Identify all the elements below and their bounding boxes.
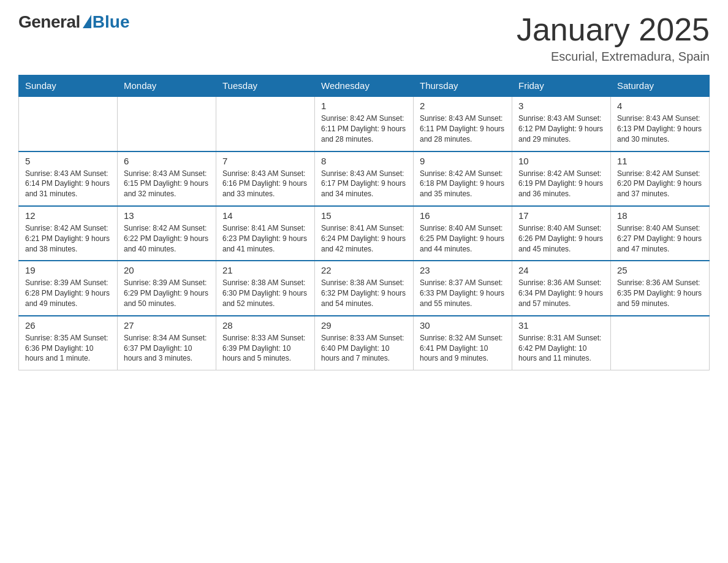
day-of-week-wednesday: Wednesday (315, 75, 414, 97)
day-number: 30 (420, 320, 506, 331)
day-info: Sunrise: 8:42 AM Sunset: 6:11 PM Dayligh… (321, 113, 407, 144)
day-info: Sunrise: 8:32 AM Sunset: 6:41 PM Dayligh… (420, 333, 506, 364)
day-number: 27 (124, 320, 210, 331)
calendar-cell: 10Sunrise: 8:42 AM Sunset: 6:19 PM Dayli… (512, 151, 611, 206)
day-of-week-monday: Monday (118, 75, 216, 97)
day-info: Sunrise: 8:42 AM Sunset: 6:18 PM Dayligh… (420, 169, 506, 199)
day-number: 9 (420, 156, 506, 166)
day-of-week-tuesday: Tuesday (216, 75, 315, 97)
day-number: 13 (124, 210, 210, 221)
day-of-week-saturday: Saturday (611, 75, 710, 97)
day-info: Sunrise: 8:40 AM Sunset: 6:27 PM Dayligh… (617, 223, 703, 254)
day-number: 7 (222, 156, 308, 166)
day-number: 4 (617, 101, 703, 111)
week-row-1: 1Sunrise: 8:42 AM Sunset: 6:11 PM Daylig… (19, 96, 710, 151)
day-number: 31 (518, 320, 604, 331)
day-number: 15 (321, 210, 407, 221)
day-number: 2 (420, 101, 506, 111)
calendar-cell: 24Sunrise: 8:36 AM Sunset: 6:34 PM Dayli… (512, 261, 611, 315)
day-number: 10 (518, 156, 604, 166)
day-info: Sunrise: 8:36 AM Sunset: 6:34 PM Dayligh… (518, 278, 604, 308)
day-info: Sunrise: 8:31 AM Sunset: 6:42 PM Dayligh… (518, 333, 604, 364)
day-info: Sunrise: 8:33 AM Sunset: 6:39 PM Dayligh… (222, 333, 308, 364)
calendar-cell: 22Sunrise: 8:38 AM Sunset: 6:32 PM Dayli… (315, 261, 414, 315)
day-info: Sunrise: 8:43 AM Sunset: 6:15 PM Dayligh… (124, 169, 210, 199)
calendar-cell: 31Sunrise: 8:31 AM Sunset: 6:42 PM Dayli… (512, 316, 611, 370)
day-info: Sunrise: 8:36 AM Sunset: 6:35 PM Dayligh… (617, 278, 703, 308)
calendar-cell: 28Sunrise: 8:33 AM Sunset: 6:39 PM Dayli… (216, 316, 315, 370)
calendar-cell: 21Sunrise: 8:38 AM Sunset: 6:30 PM Dayli… (216, 261, 315, 315)
day-number: 24 (518, 265, 604, 275)
calendar-cell: 1Sunrise: 8:42 AM Sunset: 6:11 PM Daylig… (315, 96, 414, 151)
header: General Blue January 2025 Escurial, Extr… (18, 12, 710, 64)
day-number: 25 (617, 265, 703, 275)
calendar-cell (118, 96, 216, 151)
calendar-cell: 26Sunrise: 8:35 AM Sunset: 6:36 PM Dayli… (19, 316, 118, 370)
calendar-cell: 7Sunrise: 8:43 AM Sunset: 6:16 PM Daylig… (216, 151, 315, 206)
calendar-cell: 6Sunrise: 8:43 AM Sunset: 6:15 PM Daylig… (118, 151, 216, 206)
day-info: Sunrise: 8:33 AM Sunset: 6:40 PM Dayligh… (321, 333, 407, 364)
calendar-cell: 18Sunrise: 8:40 AM Sunset: 6:27 PM Dayli… (611, 206, 710, 261)
calendar-cell: 19Sunrise: 8:39 AM Sunset: 6:28 PM Dayli… (19, 261, 118, 315)
week-row-2: 5Sunrise: 8:43 AM Sunset: 6:14 PM Daylig… (19, 151, 710, 206)
calendar-body: 1Sunrise: 8:42 AM Sunset: 6:11 PM Daylig… (19, 96, 710, 370)
calendar-cell (216, 96, 315, 151)
day-number: 14 (222, 210, 308, 221)
day-info: Sunrise: 8:41 AM Sunset: 6:23 PM Dayligh… (222, 223, 308, 254)
day-number: 29 (321, 320, 407, 331)
day-info: Sunrise: 8:43 AM Sunset: 6:17 PM Dayligh… (321, 169, 407, 199)
day-number: 1 (321, 101, 407, 111)
day-info: Sunrise: 8:43 AM Sunset: 6:11 PM Dayligh… (420, 113, 506, 144)
logo-blue-text: Blue (93, 12, 130, 32)
day-info: Sunrise: 8:42 AM Sunset: 6:22 PM Dayligh… (124, 223, 210, 254)
logo: General Blue (18, 12, 129, 32)
day-info: Sunrise: 8:39 AM Sunset: 6:29 PM Dayligh… (124, 278, 210, 308)
day-info: Sunrise: 8:34 AM Sunset: 6:37 PM Dayligh… (124, 333, 210, 364)
day-info: Sunrise: 8:40 AM Sunset: 6:25 PM Dayligh… (420, 223, 506, 254)
calendar-cell: 3Sunrise: 8:43 AM Sunset: 6:12 PM Daylig… (512, 96, 611, 151)
day-info: Sunrise: 8:43 AM Sunset: 6:16 PM Dayligh… (222, 169, 308, 199)
day-number: 8 (321, 156, 407, 166)
calendar-cell (611, 316, 710, 370)
day-info: Sunrise: 8:42 AM Sunset: 6:20 PM Dayligh… (617, 169, 703, 199)
day-number: 12 (25, 210, 111, 221)
calendar-cell: 14Sunrise: 8:41 AM Sunset: 6:23 PM Dayli… (216, 206, 315, 261)
day-info: Sunrise: 8:35 AM Sunset: 6:36 PM Dayligh… (25, 333, 111, 364)
day-number: 11 (617, 156, 703, 166)
calendar-cell: 20Sunrise: 8:39 AM Sunset: 6:29 PM Dayli… (118, 261, 216, 315)
day-of-week-friday: Friday (512, 75, 611, 97)
calendar-cell: 16Sunrise: 8:40 AM Sunset: 6:25 PM Dayli… (414, 206, 512, 261)
day-number: 26 (25, 320, 111, 331)
calendar-cell: 15Sunrise: 8:41 AM Sunset: 6:24 PM Dayli… (315, 206, 414, 261)
day-number: 17 (518, 210, 604, 221)
calendar-cell: 23Sunrise: 8:37 AM Sunset: 6:33 PM Dayli… (414, 261, 512, 315)
day-number: 16 (420, 210, 506, 221)
day-number: 20 (124, 265, 210, 275)
calendar-cell: 5Sunrise: 8:43 AM Sunset: 6:14 PM Daylig… (19, 151, 118, 206)
calendar-cell: 2Sunrise: 8:43 AM Sunset: 6:11 PM Daylig… (414, 96, 512, 151)
calendar-cell: 8Sunrise: 8:43 AM Sunset: 6:17 PM Daylig… (315, 151, 414, 206)
week-row-4: 19Sunrise: 8:39 AM Sunset: 6:28 PM Dayli… (19, 261, 710, 315)
calendar-cell: 30Sunrise: 8:32 AM Sunset: 6:41 PM Dayli… (414, 316, 512, 370)
week-row-5: 26Sunrise: 8:35 AM Sunset: 6:36 PM Dayli… (19, 316, 710, 370)
day-info: Sunrise: 8:39 AM Sunset: 6:28 PM Dayligh… (25, 278, 111, 308)
week-row-3: 12Sunrise: 8:42 AM Sunset: 6:21 PM Dayli… (19, 206, 710, 261)
day-number: 23 (420, 265, 506, 275)
day-number: 22 (321, 265, 407, 275)
day-number: 18 (617, 210, 703, 221)
calendar-table: SundayMondayTuesdayWednesdayThursdayFrid… (18, 75, 710, 370)
calendar-cell: 4Sunrise: 8:43 AM Sunset: 6:13 PM Daylig… (611, 96, 710, 151)
days-of-week-row: SundayMondayTuesdayWednesdayThursdayFrid… (19, 75, 710, 97)
calendar-subtitle: Escurial, Extremadura, Spain (517, 50, 710, 64)
day-number: 19 (25, 265, 111, 275)
calendar-cell: 29Sunrise: 8:33 AM Sunset: 6:40 PM Dayli… (315, 316, 414, 370)
logo-triangle-icon (83, 15, 91, 28)
calendar-title: January 2025 (517, 12, 710, 47)
calendar-header: SundayMondayTuesdayWednesdayThursdayFrid… (19, 75, 710, 97)
day-info: Sunrise: 8:42 AM Sunset: 6:21 PM Dayligh… (25, 223, 111, 254)
day-info: Sunrise: 8:38 AM Sunset: 6:30 PM Dayligh… (222, 278, 308, 308)
day-info: Sunrise: 8:38 AM Sunset: 6:32 PM Dayligh… (321, 278, 407, 308)
calendar-cell: 11Sunrise: 8:42 AM Sunset: 6:20 PM Dayli… (611, 151, 710, 206)
calendar-cell (19, 96, 118, 151)
day-number: 6 (124, 156, 210, 166)
